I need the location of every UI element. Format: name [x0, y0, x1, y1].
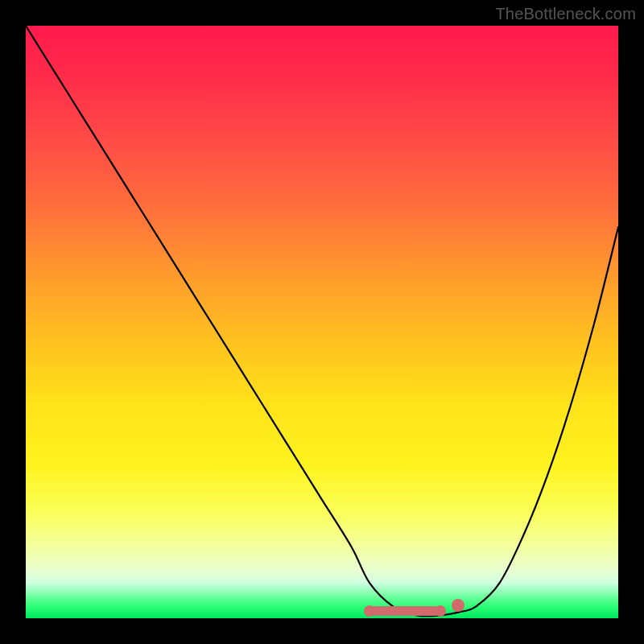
bottleneck-curve: [26, 26, 618, 618]
plot-area: [26, 26, 618, 618]
watermark-text: TheBottleneck.com: [495, 5, 636, 23]
marker-segment-cap: [364, 605, 375, 617]
marker-segment: [369, 606, 440, 616]
marker-dot: [452, 599, 464, 612]
marker-segment-cap: [435, 605, 446, 617]
chart-frame: TheBottleneck.com: [0, 0, 644, 644]
